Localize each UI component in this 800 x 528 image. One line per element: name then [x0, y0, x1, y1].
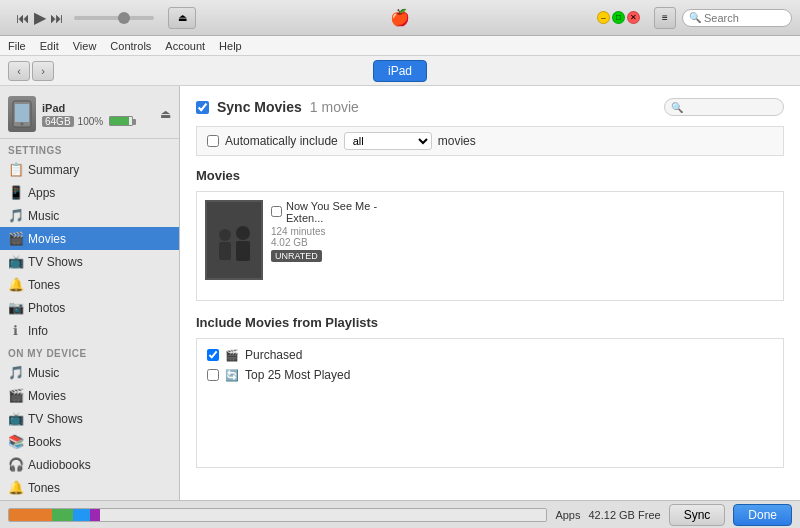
menu-account[interactable]: Account	[165, 40, 205, 52]
eject-device-button[interactable]: ⏏	[160, 107, 171, 121]
movie-checkbox[interactable]	[271, 206, 282, 217]
play-button[interactable]: ▶	[34, 8, 46, 27]
table-row: Now You See Me - Exten... 124 minutes 4.…	[205, 200, 405, 292]
sync-movies-checkbox[interactable]	[196, 101, 209, 114]
sidebar-label-audiobooks-device: Audiobooks	[28, 458, 91, 472]
list-item: 🔄 Top 25 Most Played	[203, 365, 777, 385]
device-icon	[8, 96, 36, 132]
storage-seg-free	[100, 509, 546, 521]
global-search-box[interactable]: 🔍	[682, 9, 792, 27]
sidebar-label-photos: Photos	[28, 301, 65, 315]
forward-button[interactable]: ›	[32, 61, 54, 81]
movies-device-icon: 🎬	[8, 388, 22, 403]
playlists-box: 🎬 Purchased 🔄 Top 25 Most Played	[196, 338, 784, 468]
auto-include-select[interactable]: all unwatched most recent	[344, 132, 432, 150]
sidebar-item-audiobooks-device[interactable]: 🎧 Audiobooks	[0, 453, 179, 476]
summary-icon: 📋	[8, 162, 22, 177]
sidebar-item-movies-device[interactable]: 🎬 Movies	[0, 384, 179, 407]
playlists-section-title: Include Movies from Playlists	[196, 315, 784, 330]
svg-point-2	[21, 123, 24, 126]
storage-segments	[8, 508, 547, 522]
auto-include-suffix: movies	[438, 134, 476, 148]
movies-section-title: Movies	[196, 168, 784, 183]
list-view-button[interactable]: ≡	[654, 7, 676, 29]
playback-scrubber[interactable]	[74, 16, 154, 20]
storage-free-label: 42.12 GB Free	[588, 509, 660, 521]
scrubber-thumb	[118, 12, 130, 24]
sync-title: Sync Movies	[217, 99, 302, 115]
movie-title: Now You See Me - Exten...	[286, 200, 405, 224]
eject-button[interactable]: ⏏	[168, 7, 196, 29]
sidebar-item-tones-device[interactable]: 🔔 Tones	[0, 476, 179, 499]
storage-seg-blue	[73, 509, 89, 521]
transport-controls: ⏮ ▶ ⏭ ⏏	[16, 7, 196, 29]
search-input[interactable]	[704, 12, 789, 24]
done-button[interactable]: Done	[733, 504, 792, 526]
sidebar-label-music-device: Music	[28, 366, 59, 380]
content-search-input[interactable]	[683, 101, 773, 113]
menu-help[interactable]: Help	[219, 40, 242, 52]
svg-point-7	[236, 226, 250, 240]
sidebar-item-books-device[interactable]: 📚 Books	[0, 430, 179, 453]
restore-button[interactable]: □	[612, 11, 625, 24]
movie-size: 4.02 GB	[271, 237, 405, 248]
storage-seg-apps	[9, 509, 52, 521]
content-area: Sync Movies 1 movie 🔍 Automatically incl…	[180, 86, 800, 500]
playlist-top25-checkbox[interactable]	[207, 369, 219, 381]
menu-view[interactable]: View	[73, 40, 97, 52]
playlist-purchased-label: Purchased	[245, 348, 302, 362]
sidebar-label-summary: Summary	[28, 163, 79, 177]
sidebar-item-music-device[interactable]: 🎵 Music	[0, 361, 179, 384]
movie-details: Now You See Me - Exten... 124 minutes 4.…	[271, 200, 405, 262]
sync-button[interactable]: Sync	[669, 504, 726, 526]
storage-seg-purple	[90, 509, 101, 521]
rewind-button[interactable]: ⏮	[16, 10, 30, 26]
auto-include-checkbox[interactable]	[207, 135, 219, 147]
playlist-top25-label: Top 25 Most Played	[245, 368, 350, 382]
close-button[interactable]: ✕	[627, 11, 640, 24]
sync-count: 1 movie	[310, 99, 359, 115]
list-item: 🎬 Purchased	[203, 345, 777, 365]
sidebar-item-tones[interactable]: 🔔 Tones	[0, 273, 179, 296]
tones-device-icon: 🔔	[8, 480, 22, 495]
tv-shows-icon: 📺	[8, 254, 22, 269]
menu-edit[interactable]: Edit	[40, 40, 59, 52]
movies-grid: Now You See Me - Exten... 124 minutes 4.…	[196, 191, 784, 301]
sidebar-item-photos[interactable]: 📷 Photos	[0, 296, 179, 319]
storage-apps-label: Apps	[555, 509, 580, 521]
sidebar-item-movies[interactable]: 🎬 Movies	[0, 227, 179, 250]
tv-shows-device-icon: 📺	[8, 411, 22, 426]
sidebar-item-music[interactable]: 🎵 Music	[0, 204, 179, 227]
svg-point-5	[219, 229, 231, 241]
sync-header: Sync Movies 1 movie 🔍	[196, 98, 784, 116]
ipad-device-button[interactable]: iPad	[373, 60, 427, 82]
nav-arrows: ‹ ›	[8, 61, 54, 81]
device-header: iPad 64GB 100% ⏏	[0, 90, 179, 139]
sidebar-label-movies-device: Movies	[28, 389, 66, 403]
svg-rect-6	[219, 242, 231, 260]
sidebar-item-info[interactable]: ℹ Info	[0, 319, 179, 342]
minimize-button[interactable]: –	[597, 11, 610, 24]
storage-seg-green	[52, 509, 73, 521]
device-info: iPad 64GB 100%	[42, 102, 154, 127]
movie-thumbnail	[205, 200, 263, 280]
sidebar: iPad 64GB 100% ⏏ Settings 📋 Summary 📱 Ap…	[0, 86, 180, 500]
menu-controls[interactable]: Controls	[110, 40, 151, 52]
fast-forward-button[interactable]: ⏭	[50, 10, 64, 26]
sidebar-item-tv-shows-device[interactable]: 📺 TV Shows	[0, 407, 179, 430]
playlist-top25-icon: 🔄	[225, 369, 239, 382]
movies-icon: 🎬	[8, 231, 22, 246]
movie-rating-badge: UNRATED	[271, 250, 322, 262]
device-battery-percent: 100%	[78, 116, 104, 127]
content-search-box[interactable]: 🔍	[664, 98, 784, 116]
back-button[interactable]: ‹	[8, 61, 30, 81]
sidebar-item-apps[interactable]: 📱 Apps	[0, 181, 179, 204]
sidebar-label-tones: Tones	[28, 278, 60, 292]
tones-icon: 🔔	[8, 277, 22, 292]
sidebar-item-summary[interactable]: 📋 Summary	[0, 158, 179, 181]
sidebar-item-tv-shows[interactable]: 📺 TV Shows	[0, 250, 179, 273]
menu-file[interactable]: File	[8, 40, 26, 52]
sidebar-label-tv-shows: TV Shows	[28, 255, 83, 269]
playlist-purchased-checkbox[interactable]	[207, 349, 219, 361]
music-icon: 🎵	[8, 208, 22, 223]
